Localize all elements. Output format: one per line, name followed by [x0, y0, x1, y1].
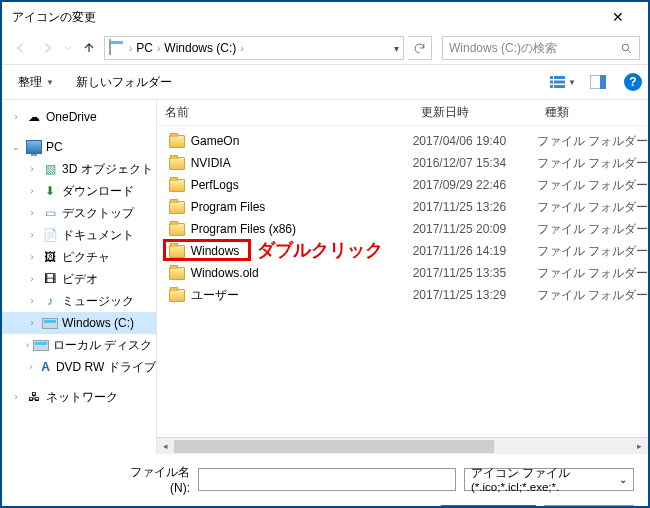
tree-network[interactable]: ›🖧ネットワーク — [2, 386, 156, 408]
recent-dropdown-icon[interactable] — [62, 37, 74, 59]
chevron-down-icon[interactable]: ▾ — [394, 43, 399, 54]
tree-downloads[interactable]: ›⬇ダウンロード — [2, 180, 156, 202]
drive-icon — [109, 40, 125, 56]
chevron-right-icon[interactable]: › — [240, 43, 243, 54]
tree-dvd[interactable]: ›ADVD RW ドライブ — [2, 356, 156, 378]
svg-rect-8 — [600, 75, 606, 89]
help-button[interactable]: ? — [624, 73, 642, 91]
file-date: 2017/09/29 22:46 — [413, 178, 537, 192]
organize-button[interactable]: 整理▼ — [8, 70, 64, 95]
svg-rect-3 — [550, 81, 553, 84]
folder-icon — [169, 201, 185, 214]
file-row[interactable]: PerfLogs2017/09/29 22:46ファイル フォルダー — [157, 174, 648, 196]
filename-input[interactable] — [198, 468, 456, 491]
scroll-left-icon[interactable]: ◂ — [157, 438, 174, 455]
scrollbar-thumb[interactable] — [174, 440, 494, 453]
svg-rect-1 — [550, 76, 553, 79]
new-folder-button[interactable]: 新しいフォルダー — [66, 70, 182, 95]
chevron-down-icon: ▼ — [46, 78, 54, 87]
search-input[interactable]: Windows (C:)の検索 — [442, 36, 640, 60]
video-icon: 🎞 — [42, 271, 58, 287]
drive-icon — [33, 337, 49, 353]
svg-point-0 — [622, 44, 629, 51]
close-icon[interactable]: ✕ — [598, 9, 638, 25]
file-row[interactable]: NVIDIA2016/12/07 15:34ファイル フォルダー — [157, 152, 648, 174]
breadcrumb-drive[interactable]: Windows (C:) — [160, 41, 240, 55]
file-date: 2017/11/25 20:09 — [413, 222, 537, 236]
folder-icon — [169, 179, 185, 192]
back-button[interactable] — [10, 37, 32, 59]
file-type: ファイル フォルダー — [537, 177, 648, 194]
tree-music[interactable]: ›♪ミュージック — [2, 290, 156, 312]
file-date: 2017/04/06 19:40 — [413, 134, 537, 148]
col-type[interactable]: 種類 — [537, 104, 648, 121]
document-icon: 📄 — [42, 227, 58, 243]
breadcrumb-pc[interactable]: PC — [132, 41, 157, 55]
file-name: PerfLogs — [191, 178, 239, 192]
file-type: ファイル フォルダー — [537, 265, 648, 282]
preview-pane-button[interactable] — [584, 71, 612, 93]
tree-videos[interactable]: ›🎞ビデオ — [2, 268, 156, 290]
tree-pictures[interactable]: ›🖼ピクチャ — [2, 246, 156, 268]
window-title: アイコンの変更 — [12, 9, 598, 26]
folder-icon: ▧ — [42, 161, 58, 177]
file-filter-dropdown[interactable]: アイコン ファイル (*.ico;*.icl;*.exe;*.⌄ — [464, 468, 634, 491]
file-type: ファイル フォルダー — [537, 133, 648, 150]
svg-rect-6 — [554, 85, 565, 88]
chevron-down-icon: ⌄ — [619, 474, 627, 485]
col-name[interactable]: 名前 — [157, 104, 413, 121]
file-name: ユーザー — [191, 287, 239, 304]
file-name: Program Files — [191, 200, 266, 214]
tree-localdisk[interactable]: ›ローカル ディスク (D — [2, 334, 156, 356]
search-icon — [620, 42, 633, 55]
file-row[interactable]: GameOn2017/04/06 19:40ファイル フォルダー — [157, 130, 648, 152]
file-row[interactable]: ユーザー2017/11/25 13:29ファイル フォルダー — [157, 284, 648, 306]
file-list: ダブルクリック GameOn2017/04/06 19:40ファイル フォルダー… — [157, 126, 648, 437]
search-placeholder: Windows (C:)の検索 — [449, 40, 620, 57]
tree-pc[interactable]: ⌄PC — [2, 136, 156, 158]
column-headers: 名前 更新日時 種類 — [157, 100, 648, 126]
forward-button[interactable] — [36, 37, 58, 59]
music-icon: ♪ — [42, 293, 58, 309]
tree-onedrive[interactable]: ›☁OneDrive — [2, 106, 156, 128]
view-options-button[interactable]: ▼ — [544, 71, 582, 93]
folder-icon — [169, 245, 185, 258]
navigation-tree: ›☁OneDrive ⌄PC ›▧3D オブジェクト ›⬇ダウンロード ›▭デス… — [2, 100, 157, 454]
folder-icon — [169, 223, 185, 236]
file-name: NVIDIA — [191, 156, 231, 170]
svg-rect-2 — [554, 76, 565, 79]
svg-rect-4 — [554, 81, 565, 84]
folder-icon — [169, 157, 185, 170]
file-date: 2017/11/26 14:19 — [413, 244, 537, 258]
file-row[interactable]: Windows2017/11/26 14:19ファイル フォルダー — [157, 240, 648, 262]
file-name: Program Files (x86) — [191, 222, 296, 236]
refresh-button[interactable] — [408, 36, 432, 60]
up-button[interactable] — [78, 37, 100, 59]
file-type: ファイル フォルダー — [537, 199, 648, 216]
file-name: GameOn — [191, 134, 240, 148]
view-list-icon — [550, 75, 566, 89]
file-date: 2016/12/07 15:34 — [413, 156, 537, 170]
address-bar[interactable]: › PC › Windows (C:) › ▾ — [104, 36, 404, 60]
dvd-icon: A — [39, 359, 52, 375]
tree-desktop[interactable]: ›▭デスクトップ — [2, 202, 156, 224]
network-icon: 🖧 — [26, 389, 42, 405]
tree-3dobjects[interactable]: ›▧3D オブジェクト — [2, 158, 156, 180]
chevron-down-icon: ▼ — [568, 78, 576, 87]
tree-cdrive[interactable]: ›Windows (C:) — [2, 312, 156, 334]
download-icon: ⬇ — [42, 183, 58, 199]
col-date[interactable]: 更新日時 — [413, 104, 537, 121]
file-type: ファイル フォルダー — [537, 287, 648, 304]
scroll-right-icon[interactable]: ▸ — [631, 438, 648, 455]
file-row[interactable]: Program Files2017/11/25 13:26ファイル フォルダー — [157, 196, 648, 218]
folder-icon — [169, 135, 185, 148]
file-name: Windows — [191, 244, 240, 258]
pictures-icon: 🖼 — [42, 249, 58, 265]
tree-documents[interactable]: ›📄ドキュメント — [2, 224, 156, 246]
file-name: Windows.old — [191, 266, 259, 280]
file-row[interactable]: Program Files (x86)2017/11/25 20:09ファイル … — [157, 218, 648, 240]
cloud-icon: ☁ — [26, 109, 42, 125]
horizontal-scrollbar[interactable]: ◂ ▸ — [157, 437, 648, 454]
file-row[interactable]: Windows.old2017/11/25 13:35ファイル フォルダー — [157, 262, 648, 284]
file-type: ファイル フォルダー — [537, 243, 648, 260]
